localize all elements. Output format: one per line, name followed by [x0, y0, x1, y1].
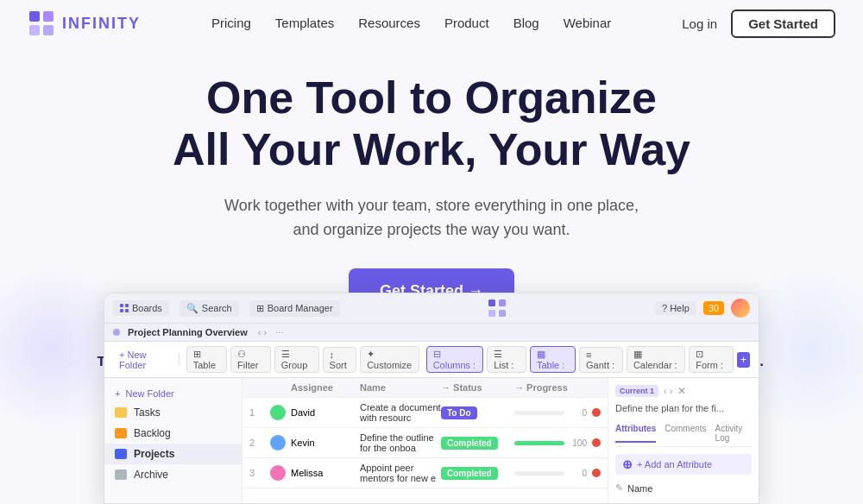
new-folder-btn[interactable]: + New Folder: [113, 348, 172, 372]
board-manager-btn[interactable]: ⊞ Board Manager: [249, 300, 340, 317]
status-badge-completed-2: Completed: [441, 437, 498, 450]
attr-tab-activity[interactable]: Activity Log: [715, 424, 752, 443]
group-btn[interactable]: ☰ Group: [274, 346, 319, 373]
sidebar-item-archive[interactable]: Archive: [104, 464, 242, 485]
app-topbar-right: ? Help 30: [655, 299, 750, 318]
app-center-logo: [488, 299, 507, 318]
sidebar-item-tasks[interactable]: Tasks: [104, 402, 242, 423]
table-btn[interactable]: ⊞ Table: [186, 346, 227, 373]
hero-headline: One Tool to Organize All Your Work, Your…: [35, 72, 828, 176]
nav-arrows-panel: ‹ ›: [664, 386, 672, 396]
columns-btn[interactable]: ⊟ Columns :: [426, 346, 484, 373]
table-row[interactable]: 1 David Create a document with resourc T…: [243, 398, 608, 428]
svg-rect-1: [43, 11, 54, 22]
svg-rect-3: [43, 25, 54, 35]
customize-btn[interactable]: ✦ Customize: [360, 346, 419, 373]
row-num-3: 3: [249, 468, 270, 478]
logo[interactable]: INFINITY: [28, 9, 141, 37]
more-options: ⋯: [275, 328, 284, 337]
table-header: Assignee Name → Status → Progress: [243, 378, 608, 398]
row-name-1: Create a document with resourc: [360, 402, 441, 423]
user-avatar[interactable]: [731, 299, 750, 318]
row-assignee-2: Kevin: [291, 438, 360, 448]
current-tag: Current 1: [615, 385, 658, 397]
filter-btn[interactable]: ⚇ Filter: [230, 346, 271, 373]
svg-rect-9: [499, 299, 506, 306]
project-label: Project Planning Overview: [128, 327, 248, 337]
right-panel-header: Current 1 ‹ › ✕: [615, 385, 752, 397]
folder-icon-backlog: [115, 428, 127, 438]
app-screenshot: Boards 🔍 Search ⊞ Board Manager ? Help 3…: [104, 293, 759, 504]
help-button[interactable]: ? Help: [655, 301, 696, 315]
app-topbar: Boards 🔍 Search ⊞ Board Manager ? Help 3…: [104, 293, 759, 324]
row-name-3: Appoint peer mentors for new e: [360, 463, 441, 483]
row-num-1: 1: [249, 407, 270, 418]
col-header-name: Name: [360, 382, 441, 393]
svg-rect-0: [29, 11, 40, 22]
attr-name-field[interactable]: ✎ Name: [615, 480, 752, 496]
add-view-btn[interactable]: +: [737, 352, 750, 368]
table-row[interactable]: 2 Kevin Define the outline for the onboa…: [243, 428, 608, 458]
project-toolbar: Project Planning Overview ‹ › ⋯: [104, 324, 759, 342]
get-started-nav-button[interactable]: Get Started: [731, 9, 835, 38]
nav-links: Pricing Templates Resources Product Blog…: [211, 16, 611, 31]
nav-item-blog[interactable]: Blog: [513, 16, 539, 31]
form-btn[interactable]: ⊡ Form :: [689, 346, 734, 373]
notification-badge[interactable]: 30: [703, 301, 724, 315]
progress-dot-2: [592, 438, 601, 447]
progress-bar-2: [514, 441, 564, 445]
app-main-table: Assignee Name → Status → Progress 1 Davi…: [243, 378, 608, 503]
svg-rect-10: [488, 310, 495, 317]
table-row[interactable]: 3 Melissa Appoint peer mentors for new e…: [243, 458, 608, 488]
gantt-btn[interactable]: ≡ Gantt :: [579, 347, 623, 373]
progress-num-3: 0: [568, 469, 587, 478]
boards-btn[interactable]: Boards: [113, 300, 169, 316]
add-attribute-btn[interactable]: ⊕ + Add an Attribute: [615, 454, 752, 475]
boards-icon: [120, 304, 129, 312]
hero-subtitle: Work together with your team, store ever…: [35, 193, 828, 243]
svg-rect-6: [120, 309, 123, 312]
login-button[interactable]: Log in: [682, 16, 717, 31]
search-btn[interactable]: 🔍 Search: [180, 300, 239, 317]
progress-num-1: 0: [568, 408, 587, 418]
plus-icon: ⊕: [622, 457, 633, 471]
close-icon[interactable]: ✕: [677, 385, 686, 397]
nav-item-pricing[interactable]: Pricing: [211, 16, 251, 31]
search-icon: 🔍: [186, 303, 198, 314]
svg-rect-4: [120, 304, 123, 307]
folder-icon-projects: [115, 449, 127, 459]
attr-tab-comments[interactable]: Comments: [665, 424, 706, 443]
logo-icon: [28, 9, 55, 37]
attr-tab-attributes[interactable]: Attributes: [615, 424, 656, 443]
grid-icon: ⊞: [256, 303, 264, 314]
nav-arrows: ‹ ›: [258, 327, 267, 337]
svg-rect-8: [488, 299, 495, 306]
sidebar-item-backlog[interactable]: Backlog: [104, 423, 242, 444]
row-status-2: Completed: [441, 437, 514, 450]
row-progress-3: 0: [514, 469, 601, 478]
home-icon: [113, 329, 120, 336]
row-assignee-1: David: [291, 407, 360, 418]
nav-right: Log in Get Started: [682, 9, 835, 38]
nav-item-templates[interactable]: Templates: [275, 16, 334, 31]
row-assignee-3: Melissa: [291, 468, 360, 478]
svg-rect-2: [29, 25, 40, 35]
progress-dot-1: [592, 408, 601, 417]
attr-name-icon: ✎: [615, 482, 623, 494]
calendar-btn[interactable]: ▦ Calendar :: [627, 346, 685, 373]
new-folder-sidebar-btn[interactable]: + New Folder: [104, 385, 242, 402]
progress-fill-2: [514, 441, 564, 445]
nav-item-product[interactable]: Product: [444, 16, 489, 31]
plus-icon: +: [115, 388, 120, 399]
list-btn[interactable]: ☰ List :: [487, 346, 526, 373]
nav-item-resources[interactable]: Resources: [358, 16, 420, 31]
hero-headline-line2: All Your Work, Your Way: [173, 124, 690, 174]
sidebar-item-projects[interactable]: Projects: [104, 444, 242, 464]
active-table-btn[interactable]: ▦ Table :: [530, 346, 576, 373]
svg-point-12: [113, 329, 120, 336]
nav-item-webinar[interactable]: Webinar: [564, 16, 612, 31]
progress-bar-1: [514, 411, 564, 415]
folder-icon-archive: [115, 469, 127, 480]
row-avatar-3: [270, 465, 291, 481]
sort-btn[interactable]: ↕ Sort: [323, 347, 357, 373]
